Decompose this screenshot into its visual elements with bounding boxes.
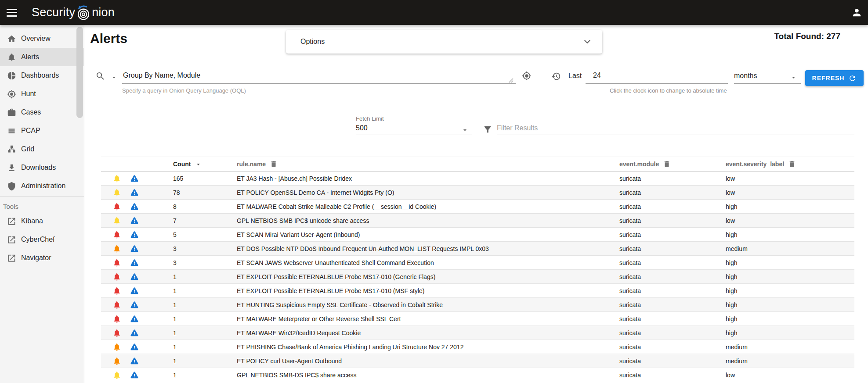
table-row[interactable]: 7 GPL NETBIOS SMB IPC$ unicode share acc… (101, 214, 854, 228)
sidebar-item-grid[interactable]: Grid (0, 140, 84, 158)
warning-triangle-icon[interactable] (130, 188, 139, 197)
column-header-event-module[interactable]: event.module (618, 157, 724, 172)
remove-column-trash-icon[interactable] (663, 160, 671, 168)
warning-triangle-icon[interactable] (130, 230, 139, 239)
sidebar-item-overview[interactable]: Overview (0, 29, 84, 48)
warning-triangle-icon[interactable] (130, 272, 139, 281)
column-header-rule-name[interactable]: rule.name (235, 157, 618, 172)
search-icon[interactable] (95, 71, 105, 81)
severity-bell-icon[interactable] (112, 272, 121, 281)
briefcase-icon (7, 108, 16, 117)
warning-triangle-icon[interactable] (130, 343, 139, 351)
warning-triangle-icon[interactable] (130, 357, 139, 365)
sidebar-item-pcap[interactable]: PCAP (0, 122, 84, 140)
severity-bell-icon[interactable] (112, 371, 121, 379)
sidebar-item-kibana[interactable]: Kibana (0, 212, 84, 230)
history-clock-icon[interactable] (551, 72, 561, 81)
menu-icon[interactable] (7, 9, 17, 17)
last-label: Last (568, 72, 582, 80)
user-menu-button[interactable] (852, 7, 862, 18)
query-dropdown-caret-icon[interactable] (110, 74, 118, 81)
options-label: Options (300, 38, 325, 46)
table-row[interactable]: 5 ET SCAN Mirai Variant User-Agent (Inbo… (101, 228, 854, 242)
table-row[interactable]: 78 ET POLICY OpenSSL Demo CA - Internet … (101, 186, 854, 200)
table-row[interactable]: 1 ET HUNTING Suspicious Empty SSL Certif… (101, 298, 854, 312)
sidebar-item-downloads[interactable]: Downloads (0, 158, 84, 177)
severity-bell-icon[interactable] (112, 343, 121, 351)
table-row[interactable]: 1 ET POLICY curl User-Agent Outbound sur… (101, 354, 854, 368)
table-row[interactable]: 1 ET EXPLOIT Possible ETERNALBLUE Probe … (101, 284, 854, 298)
sidebar-item-label: CyberChef (21, 236, 54, 243)
query-input[interactable] (123, 72, 510, 79)
severity-bell-icon[interactable] (112, 301, 121, 309)
table-row[interactable]: 8 ET MALWARE Cobalt Strike Malleable C2 … (101, 200, 854, 214)
unit-select-caret-icon[interactable] (790, 74, 797, 81)
column-header-event-severity-label[interactable]: event.severity_label (724, 157, 854, 172)
refresh-button[interactable]: REFRESH (805, 70, 864, 86)
open-in-new-icon (7, 254, 16, 263)
table-row[interactable]: 3 ET SCAN JAWS Webserver Unauthenticated… (101, 256, 854, 270)
open-in-new-icon (7, 254, 16, 263)
severity-bell-icon[interactable] (112, 174, 121, 183)
severity-bell-icon[interactable] (112, 315, 121, 323)
table-row[interactable]: 1 GPL NETBIOS SMB-DS IPC$ share access s… (101, 368, 854, 382)
severity-bell-icon[interactable] (112, 230, 121, 239)
severity-bell-icon[interactable] (112, 188, 121, 197)
textarea-resize-grip[interactable] (508, 77, 514, 83)
severity-bell-icon[interactable] (112, 286, 121, 295)
remove-column-trash-icon[interactable] (270, 160, 278, 168)
refresh-label: REFRESH (812, 75, 845, 82)
warning-triangle-icon[interactable] (130, 301, 139, 309)
sidebar-item-label: Cases (21, 108, 41, 116)
severity-bell-icon[interactable] (112, 216, 121, 225)
severity-bell-icon[interactable] (112, 357, 121, 365)
warning-triangle-icon[interactable] (130, 258, 139, 267)
duration-unit-select[interactable]: months (734, 72, 757, 80)
column-header-count[interactable]: Count (171, 157, 235, 172)
table-row[interactable]: 1 ET MALWARE Win32/IcedID Request Cookie… (101, 326, 854, 340)
rule-name-cell: GPL NETBIOS SMB-DS IPC$ share access (235, 368, 618, 382)
bell-icon (7, 53, 16, 62)
table-row[interactable]: 1 ET EXPLOIT Possible ETERNALBLUE Probe … (101, 270, 854, 284)
severity-bell-icon[interactable] (112, 329, 121, 337)
warning-triangle-icon[interactable] (130, 244, 139, 253)
sidebar-item-label: Hunt (21, 90, 36, 98)
sidebar-item-administration[interactable]: Administration (0, 177, 84, 195)
duration-value-input[interactable] (593, 72, 646, 79)
remove-column-trash-icon[interactable] (788, 160, 796, 168)
options-panel-toggle[interactable]: Options (286, 30, 602, 54)
table-row[interactable]: 165 ET JA3 Hash - [Abuse.ch] Possible Dr… (101, 172, 854, 186)
severity-bell-icon[interactable] (112, 258, 121, 267)
severity-bell-icon[interactable] (112, 202, 121, 211)
warning-triangle-icon[interactable] (130, 371, 139, 379)
table-row[interactable]: 1 ET PHISHING Chase/Bank of America Phis… (101, 340, 854, 354)
sidebar-item-cases[interactable]: Cases (0, 103, 84, 122)
sidebar-item-hunt[interactable]: Hunt (0, 85, 84, 103)
filter-results-input[interactable] (497, 124, 848, 132)
sidebar-item-navigator[interactable]: Navigator (0, 249, 84, 267)
table-row[interactable]: 1 ET MALWARE Meterpreter or Other Revers… (101, 312, 854, 326)
query-target-icon[interactable] (522, 71, 532, 81)
warning-triangle-icon[interactable] (130, 202, 139, 211)
sidebar-item-alerts[interactable]: Alerts (0, 48, 84, 66)
warning-triangle-icon[interactable] (130, 216, 139, 225)
sidebar-item-dashboards[interactable]: Dashboards (0, 66, 84, 85)
sidebar-item-label: Kibana (21, 217, 43, 225)
home-icon (7, 34, 16, 43)
fetch-limit-caret-icon[interactable] (461, 126, 469, 134)
warning-triangle-icon[interactable] (130, 315, 139, 323)
sidebar-item-cyberchef[interactable]: CyberChef (0, 230, 84, 249)
severity-cell: high (724, 228, 854, 242)
sidebar-scrollbar-thumb[interactable] (76, 27, 83, 118)
warning-triangle-icon[interactable] (130, 286, 139, 295)
sidebar-divider (0, 196, 84, 197)
event-module-cell: suricata (618, 368, 724, 382)
table-row[interactable]: 3 ET DOS Possible NTP DDoS Inbound Frequ… (101, 242, 854, 256)
sidebar-item-label: Overview (21, 35, 51, 43)
person-icon (852, 7, 862, 18)
sort-desc-icon[interactable] (195, 161, 202, 168)
fetch-limit-select[interactable]: 500 (356, 124, 368, 132)
warning-triangle-icon[interactable] (130, 329, 139, 337)
severity-bell-icon[interactable] (112, 244, 121, 253)
warning-triangle-icon[interactable] (130, 174, 139, 183)
